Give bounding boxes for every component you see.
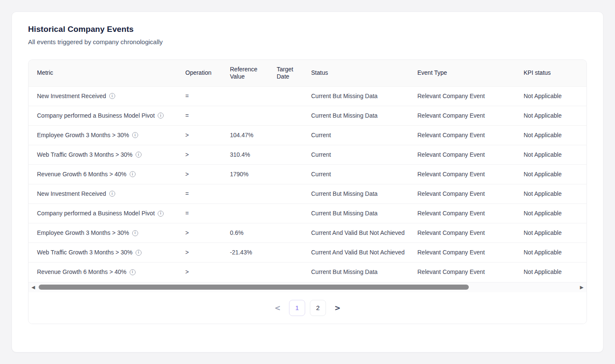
reference-value-cell [230,262,277,282]
historical-events-card: Historical Company Events All events tri… [11,11,604,353]
metric-cell: Employee Growth 3 Months > 30%i [28,223,185,243]
reference-value-cell: 1790% [230,164,277,184]
event-type-cell: Relevant Company Event [417,243,524,262]
operation-cell: > [185,125,230,145]
info-icon[interactable]: i [136,250,142,256]
event-type-cell: Relevant Company Event [417,262,524,282]
info-icon[interactable]: i [136,152,142,158]
operation-cell: > [185,243,230,262]
scrollbar-track[interactable] [39,285,576,290]
status-cell: Current And Valid But Not Achieved [311,223,417,243]
metric-cell: Revenue Growth 6 Months > 40%i [28,164,185,184]
events-table-container: Metric Operation Reference Value Target … [28,59,587,324]
event-type-cell: Relevant Company Event [417,223,524,243]
metric-cell: Employee Growth 3 Months > 30%i [28,125,185,145]
metric-label: Revenue Growth 6 Months > 40% [37,268,127,276]
info-icon[interactable]: i [130,269,136,275]
event-type-cell: Relevant Company Event [417,145,524,164]
page-button-1[interactable]: 1 [289,300,305,316]
chevron-right-icon: > [334,304,340,312]
status-cell: Current [311,164,417,184]
scroll-right-icon[interactable]: ▶ [580,285,584,290]
status-cell: Current And Valid But Not Achieved [311,243,417,262]
metric-cell: Company performed a Business Model Pivot… [28,203,185,223]
column-header-status: Status [311,60,417,86]
reference-value-cell [230,184,277,203]
kpi-status-cell: Not Applicable [524,164,587,184]
info-icon[interactable]: i [109,191,115,197]
metric-label: Employee Growth 3 Months > 30% [37,132,129,139]
reference-value-cell: -21.43% [230,243,277,262]
status-cell: Current But Missing Data [311,184,417,203]
metric-cell: Company performed a Business Model Pivot… [28,106,185,125]
table-body: New Investment Receivedi=Current But Mis… [28,86,587,282]
previous-page-button[interactable]: < [271,301,284,315]
operation-cell: > [185,262,230,282]
operation-cell: = [185,184,230,203]
metric-label: New Investment Received [37,93,106,100]
status-cell: Current But Missing Data [311,262,417,282]
target-date-cell [277,106,311,125]
reference-value-cell [230,106,277,125]
target-date-cell [277,223,311,243]
operation-cell: = [185,203,230,223]
event-type-cell: Relevant Company Event [417,184,524,203]
column-header-event-type: Event Type [417,60,524,86]
event-type-cell: Relevant Company Event [417,203,524,223]
operation-cell: = [185,106,230,125]
column-header-reference-value: Reference Value [230,60,277,86]
column-header-operation: Operation [185,60,230,86]
operation-cell: > [185,145,230,164]
kpi-status-cell: Not Applicable [524,145,587,164]
status-cell: Current But Missing Data [311,106,417,125]
info-icon[interactable]: i [132,230,138,236]
info-icon[interactable]: i [109,93,115,99]
kpi-status-cell: Not Applicable [524,184,587,203]
metric-cell: New Investment Receivedi [28,86,185,106]
target-date-cell [277,145,311,164]
target-date-cell [277,243,311,262]
info-icon[interactable]: i [158,113,164,119]
reference-value-cell [230,203,277,223]
metric-cell: Web Traffic Growth 3 Months > 30%i [28,243,185,262]
chevron-left-icon: < [275,304,281,312]
target-date-cell [277,203,311,223]
table-row: New Investment Receivedi=Current But Mis… [28,86,587,106]
metric-label: New Investment Received [37,190,106,198]
scrollbar-thumb[interactable] [39,285,469,290]
info-icon[interactable]: i [158,211,164,217]
scroll-left-icon[interactable]: ◀ [31,285,35,290]
metric-label: Company performed a Business Model Pivot [37,112,155,119]
page-title: Historical Company Events [28,25,587,34]
kpi-status-cell: Not Applicable [524,86,587,106]
reference-value-cell [230,86,277,106]
page-subtitle: All events triggered by company chronolo… [28,38,587,45]
column-header-kpi-status: KPI status [524,60,587,86]
status-cell: Current [311,125,417,145]
event-type-cell: Relevant Company Event [417,125,524,145]
metric-cell: Revenue Growth 6 Months > 40%i [28,262,185,282]
table-row: Web Traffic Growth 3 Months > 30%i>-21.4… [28,243,587,262]
table-row: Revenue Growth 6 Months > 40%i>1790%Curr… [28,164,587,184]
metric-cell: New Investment Receivedi [28,184,185,203]
table-row: Employee Growth 3 Months > 30%i>0.6%Curr… [28,223,587,243]
next-page-button[interactable]: > [331,301,344,315]
event-type-cell: Relevant Company Event [417,164,524,184]
kpi-status-cell: Not Applicable [524,203,587,223]
metric-label: Revenue Growth 6 Months > 40% [37,171,127,178]
metric-label: Web Traffic Growth 3 Months > 30% [37,151,133,158]
target-date-cell [277,184,311,203]
kpi-status-cell: Not Applicable [524,106,587,125]
kpi-status-cell: Not Applicable [524,243,587,262]
horizontal-scrollbar: ◀ ▶ [28,282,587,292]
reference-value-cell: 310.4% [230,145,277,164]
kpi-status-cell: Not Applicable [524,262,587,282]
info-icon[interactable]: i [130,171,136,177]
operation-cell: > [185,164,230,184]
status-cell: Current But Missing Data [311,203,417,223]
operation-cell: > [185,223,230,243]
table-row: Company performed a Business Model Pivot… [28,106,587,125]
page-button-2[interactable]: 2 [310,300,326,316]
info-icon[interactable]: i [132,132,138,138]
column-header-target-date: Target Date [277,60,311,86]
